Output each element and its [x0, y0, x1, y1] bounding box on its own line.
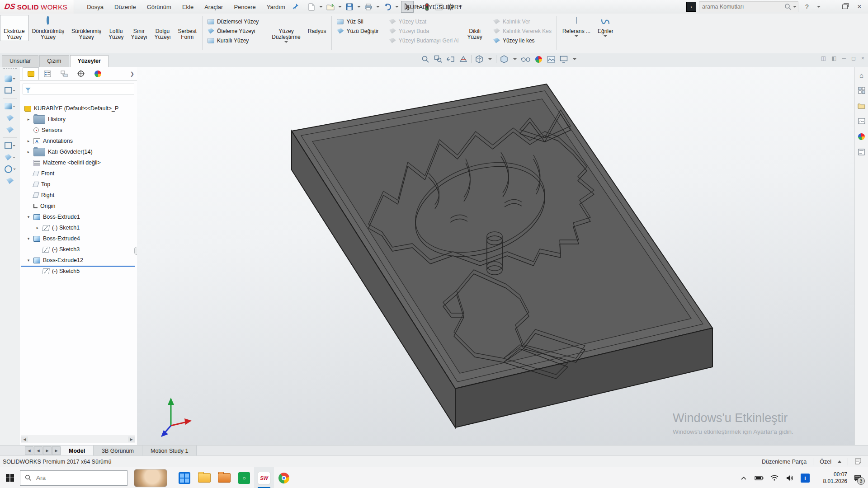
tree-item-sketch1[interactable]: ▸ (-) Sketch1 [20, 222, 137, 233]
caret-icon[interactable] [13, 145, 15, 146]
print-icon[interactable] [363, 1, 374, 12]
edit-appearance-icon[interactable] [533, 55, 543, 64]
featuremanager-tab[interactable] [23, 67, 39, 80]
caret-icon[interactable] [13, 106, 15, 107]
view-cube-button[interactable] [0, 73, 20, 84]
boundary-surface-button[interactable]: Sınır Yüzeyi [127, 15, 151, 41]
panel-expand-chevron-icon[interactable]: ❯ [130, 71, 134, 77]
graphics-area[interactable]: Windows'u Etkinleştir Windows'u etkinleş… [137, 67, 868, 445]
apply-scene-icon[interactable] [546, 55, 556, 64]
rebuild-traffic-light-icon[interactable] [422, 1, 433, 12]
zoom-to-fit-icon[interactable] [420, 55, 430, 64]
help-button[interactable]: ? [801, 2, 813, 12]
ruled-surface-button[interactable]: Kurallı Yüzey [204, 36, 262, 45]
caret-icon[interactable] [13, 90, 15, 91]
search-icon[interactable] [784, 3, 792, 10]
design-library-icon[interactable] [857, 86, 866, 95]
open-file-icon[interactable] [325, 1, 336, 12]
tree-item-boss-extrude4[interactable]: ▾ Boss-Extrude4 [20, 233, 137, 244]
tree-item-material[interactable]: Malzeme <belirli değil> [20, 157, 137, 168]
menu-duzenle[interactable]: Düzenle [110, 2, 141, 12]
menu-araclar[interactable]: Araçlar [200, 2, 227, 12]
freeform-tool-button[interactable] [0, 175, 20, 187]
settings-caret-icon[interactable] [458, 6, 462, 8]
view-orientation-caret-icon[interactable] [488, 58, 492, 60]
tree-horizontal-scrollbar[interactable]: ◀ ▶ [21, 436, 135, 443]
rollback-bar[interactable] [21, 266, 135, 267]
file-explorer-icon[interactable] [194, 467, 214, 488]
hidden-icons-chevron-icon[interactable] [737, 467, 750, 488]
select-tool-caret-icon[interactable] [416, 6, 420, 8]
freeform-button[interactable]: Serbest Form [175, 15, 200, 41]
tree-item-annotations[interactable]: ▸ A Annotations [20, 136, 137, 146]
collapse-arrow-icon[interactable]: ▾ [26, 236, 31, 241]
tree-item-front-plane[interactable]: Front [20, 168, 137, 179]
news-widget-thumbnail[interactable] [134, 469, 167, 487]
caret-icon[interactable] [13, 169, 16, 170]
section-tool-button[interactable] [0, 124, 20, 136]
taskbar-search[interactable] [20, 470, 127, 486]
tree-item-boss-extrude1[interactable]: ▾ Boss-Extrude1 [20, 211, 137, 222]
hide-show-items-icon[interactable] [521, 55, 531, 64]
tab-model[interactable]: Model [61, 446, 94, 456]
flatten-surface-button[interactable]: Yüzey Düzleştirme [268, 15, 304, 44]
doc-minimize-icon[interactable]: ─ [842, 55, 846, 61]
view-palette-icon[interactable] [857, 117, 866, 126]
filled-surface-button[interactable]: Dolgu Yüzeyi [151, 15, 174, 41]
first-tab-icon[interactable]: ◀ [25, 446, 33, 455]
settings-gear-icon[interactable] [445, 1, 456, 12]
scroll-left-icon[interactable]: ◀ [21, 436, 28, 442]
tab-motion-study[interactable]: Motion Study 1 [142, 446, 197, 456]
undo-icon[interactable] [382, 1, 393, 12]
print-caret-icon[interactable] [376, 6, 380, 8]
revolved-surface-button[interactable]: Döndürülmüş Yüzey [28, 15, 68, 41]
chrome-icon[interactable] [274, 467, 294, 488]
knit-surface-button[interactable]: Dikili Yüzey [464, 15, 486, 41]
file-explorer-icon[interactable] [857, 101, 866, 110]
folder-icon[interactable] [214, 467, 234, 488]
tree-item-solid-bodies[interactable]: ▸ Katı Gövdeler(14) [20, 146, 137, 157]
new-window-icon[interactable]: ◫ [821, 55, 826, 61]
doc-close-icon[interactable]: × [861, 55, 864, 61]
start-button[interactable] [0, 467, 20, 488]
prev-tab-icon[interactable]: ◀ [34, 446, 42, 455]
tree-item-top-plane[interactable]: Top [20, 179, 137, 190]
scroll-right-icon[interactable]: ▶ [128, 436, 135, 442]
battery-icon[interactable] [752, 467, 766, 488]
pin-menu-icon[interactable] [292, 3, 299, 11]
wedge-tool-button[interactable] [0, 112, 20, 124]
reference-caret-icon[interactable] [575, 35, 578, 37]
lofted-surface-button[interactable]: Loftlu Yüzey [105, 15, 127, 41]
propertymanager-tab[interactable] [39, 67, 56, 80]
next-tab-icon[interactable]: ▶ [43, 446, 52, 455]
mirror-tool-button[interactable] [0, 151, 20, 163]
microsoft-store-icon[interactable] [175, 467, 194, 488]
pattern-tool-button[interactable] [0, 140, 20, 151]
menu-gorunum[interactable]: Görünüm [142, 2, 176, 12]
tree-item-history[interactable]: ▸ History [20, 114, 137, 125]
tree-root-part[interactable]: KURABİYE (Default<<Default>_P [20, 103, 137, 114]
curves-caret-icon[interactable] [604, 35, 607, 37]
tree-item-sensors[interactable]: Sensors [20, 125, 137, 136]
home-icon[interactable]: ⌂ [857, 70, 866, 80]
command-search-input[interactable] [699, 4, 784, 10]
helix-tool-button[interactable] [0, 163, 20, 175]
tile-windows-icon[interactable]: ◧ [831, 55, 836, 61]
custom-properties-icon[interactable] [857, 147, 866, 156]
reference-geometry-button[interactable]: Referans ... [559, 15, 594, 38]
menu-pencere[interactable]: Pencere [229, 2, 260, 12]
collapse-arrow-icon[interactable]: ▾ [26, 215, 31, 219]
toolbar-drag-handle[interactable] [3, 68, 17, 71]
units-caret-icon[interactable] [838, 460, 841, 463]
undo-caret-icon[interactable] [395, 6, 399, 8]
expand-arrow-icon[interactable]: ▸ [26, 139, 31, 143]
frame-view-button[interactable] [0, 84, 20, 96]
close-button[interactable]: × [854, 2, 865, 12]
options-list-icon[interactable] [434, 1, 444, 12]
configurationmanager-tab[interactable] [56, 67, 72, 80]
shaded-cube-button[interactable] [0, 100, 20, 112]
tab-cizim[interactable]: Çizim [39, 55, 69, 67]
wifi-icon[interactable] [768, 467, 781, 488]
restore-button[interactable] [839, 2, 851, 12]
extruded-surface-button[interactable]: Ekstrüze Yüzey [0, 15, 28, 41]
